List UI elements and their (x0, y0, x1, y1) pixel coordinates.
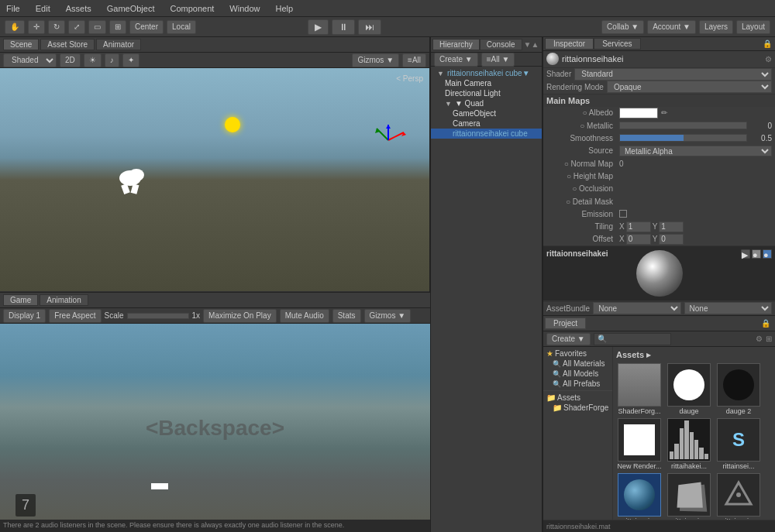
arrow-icon: ▼ (437, 70, 444, 77)
stats-btn[interactable]: Stats (332, 309, 361, 323)
hierarchy-item-directional-light[interactable]: Directional Light (431, 88, 542, 98)
asset-new-render[interactable]: New Render... (616, 418, 663, 470)
tab-asset-store[interactable]: Asset Store (40, 39, 95, 50)
tab-console[interactable]: Console (480, 39, 522, 50)
center-button[interactable]: Center (129, 20, 164, 34)
scene-light-btn[interactable]: ☀ (84, 53, 102, 67)
scale-tool[interactable]: ⤢ (68, 20, 85, 34)
layers-button[interactable]: Layers (699, 20, 733, 34)
hierarchy-all-btn[interactable]: ≡All ▼ (481, 53, 515, 67)
project-lock-icon[interactable]: 🔒 (758, 319, 773, 328)
hierarchy-item-cube[interactable]: rittaionnseihakei cube (431, 129, 542, 139)
preview-play-btn[interactable]: ▶ (741, 249, 750, 259)
project-settings-icon[interactable]: ⚙ (756, 335, 763, 343)
hierarchy-create-btn[interactable]: Create ▼ (434, 53, 478, 67)
tree-all-models[interactable]: 🔍 All Models (543, 369, 612, 379)
bar3 (680, 428, 684, 459)
multi-tool[interactable]: ⊞ (109, 20, 126, 34)
tab-scene[interactable]: Scene (3, 39, 39, 50)
menu-component[interactable]: Component (167, 4, 217, 13)
inspector-lock-icon[interactable]: 🔒 (761, 39, 773, 48)
scene-fx-btn[interactable]: ✦ (122, 53, 140, 67)
hierarchy-item-main-camera[interactable]: Main Camera (431, 78, 542, 88)
emission-toggle[interactable] (619, 210, 627, 218)
menu-file[interactable]: File (3, 4, 23, 13)
tab-hierarchy[interactable]: Hierarchy (432, 39, 480, 50)
tree-all-materials[interactable]: 🔍 All Materials (543, 359, 612, 369)
hand-tool[interactable]: ✋ (5, 20, 25, 34)
asset-rittaihakei[interactable]: rittaihakei... (666, 418, 712, 470)
project-search-input[interactable] (594, 333, 671, 345)
collab-button[interactable]: Collab ▼ (601, 20, 644, 34)
preview-dot2[interactable]: ● (763, 249, 772, 259)
tab-animation[interactable]: Animation (40, 294, 88, 306)
tiling-y-input[interactable] (659, 221, 684, 232)
asset-rittainsei4[interactable]: rittainsei... (715, 473, 762, 520)
mute-audio-btn[interactable]: Mute Audio (280, 309, 329, 323)
tab-animator[interactable]: Animator (96, 39, 141, 50)
asset-shader-forge[interactable]: ShaderForg... (616, 363, 663, 415)
menu-assets[interactable]: Assets (63, 4, 95, 13)
asset-rittainsei1[interactable]: S rittainsei... (715, 418, 762, 470)
tab-project[interactable]: Project (545, 317, 586, 329)
menu-gameobject[interactable]: GameObject (104, 4, 158, 13)
menu-edit[interactable]: Edit (33, 4, 53, 13)
asset-bundle-dropdown1[interactable]: None (593, 302, 680, 314)
project-create-btn[interactable]: Create ▼ (546, 333, 591, 345)
scene-canvas[interactable]: < Persp ↖ (0, 68, 429, 292)
scene-audio-btn[interactable]: ♪ (105, 53, 119, 67)
project-toggle-icon[interactable]: ⊞ (766, 335, 772, 343)
preview-dot1[interactable]: ● (752, 249, 761, 259)
tab-game[interactable]: Game (3, 294, 38, 306)
tab-services[interactable]: Services (594, 38, 640, 50)
hierarchy-collapse[interactable]: ▼▲ (522, 40, 541, 49)
albedo-pencil-icon[interactable]: ✏ (661, 108, 667, 117)
rect-tool[interactable]: ▭ (88, 20, 106, 34)
gizmos-button[interactable]: Gizmos ▼ (352, 53, 399, 67)
metallic-slider[interactable] (619, 122, 747, 129)
menu-window[interactable]: Window (226, 4, 263, 13)
source-dropdown[interactable]: Metallic Alpha (619, 146, 772, 156)
all-button[interactable]: ≡All (402, 53, 426, 67)
tree-all-prefabs[interactable]: 🔍 All Prefabs (543, 379, 612, 389)
albedo-color-swatch[interactable] (619, 108, 658, 118)
hierarchy-item-cam2[interactable]: Camera (431, 118, 542, 129)
inspector-more-icon[interactable]: ⚙ (765, 55, 772, 63)
tree-shader-forge[interactable]: 📁 ShaderForge (543, 403, 612, 413)
asset-rittainsei3[interactable]: rittainsei... (666, 473, 712, 520)
asset-rittainsei2[interactable]: rittainsei... (616, 473, 663, 520)
shader-dropdown[interactable]: Standard (574, 68, 772, 81)
tab-inspector[interactable]: Inspector (545, 38, 594, 50)
game-gizmos-btn[interactable]: Gizmos ▼ (364, 309, 412, 323)
rotate-tool[interactable]: ↻ (48, 20, 65, 34)
aspect-dropdown[interactable]: Free Aspect (49, 309, 101, 323)
move-tool[interactable]: ✛ (28, 20, 45, 34)
tree-favorites[interactable]: ★ Favorites (543, 348, 612, 359)
hierarchy-item-gameobject[interactable]: GameObject (431, 108, 542, 118)
offset-y-input[interactable] (659, 234, 684, 245)
offset-x-input[interactable] (626, 234, 651, 245)
maximize-on-play-btn[interactable]: Maximize On Play (203, 309, 277, 323)
hierarchy-item-quad[interactable]: ▼ ▼ Quad (431, 98, 542, 108)
asset-bundle-dropdown2[interactable]: None (684, 302, 772, 314)
tiling-x-input[interactable] (626, 221, 651, 232)
asset-dauge[interactable]: dauge (666, 363, 712, 415)
step-button[interactable]: ⏭ (358, 19, 381, 35)
rendering-mode-dropdown[interactable]: Opaque (607, 81, 772, 93)
global-button[interactable]: Local (167, 20, 196, 34)
play-button[interactable]: ▶ (308, 19, 329, 35)
2d-button[interactable]: 2D (60, 53, 81, 67)
metallic-value: 0 (750, 122, 772, 130)
shaded-dropdown[interactable]: Shaded (3, 53, 57, 67)
scale-slider[interactable] (127, 313, 189, 319)
pause-button[interactable]: ⏸ (332, 19, 355, 35)
smoothness-slider[interactable] (619, 134, 747, 142)
menu-help[interactable]: Help (272, 4, 296, 13)
tree-assets[interactable]: 📁 Assets (543, 393, 612, 403)
account-button[interactable]: Account ▼ (647, 20, 696, 34)
asset-dauge2[interactable]: dauge 2 (715, 363, 762, 415)
hierarchy-item-root[interactable]: ▼ rittaionnseihakei cube▼ (431, 68, 542, 78)
display-dropdown[interactable]: Display 1 (3, 309, 46, 323)
layout-button[interactable]: Layout (736, 20, 770, 34)
game-canvas[interactable]: <Backspace> 7 (0, 324, 430, 532)
